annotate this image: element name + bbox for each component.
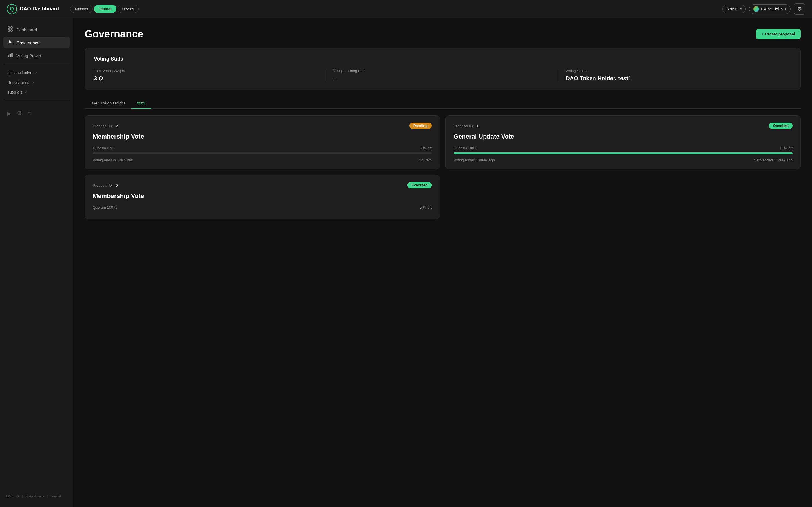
proposal-title-1: General Update Vote (454, 133, 793, 140)
tab-dao-token-holder[interactable]: DAO Token Holder (85, 98, 131, 109)
sidebar-divider-1 (3, 65, 70, 65)
repositories-label: Repositories (7, 80, 29, 85)
sidebar-link-tutorials[interactable]: Tutorials ↗ (3, 88, 70, 97)
svg-rect-2 (8, 30, 10, 31)
stat-total-voting-weight: Total Voting Weight 3 Q (94, 69, 326, 82)
dashboard-label: Dashboard (16, 27, 37, 32)
quorum-right-2: 5 % left (419, 146, 432, 150)
voting-stats-grid: Total Voting Weight 3 Q Voting Locking E… (94, 69, 792, 82)
balance-value: 3.86 Q (726, 7, 739, 11)
dashboard-icon (7, 26, 13, 33)
app-body: Dashboard Governance (0, 18, 812, 507)
voting-power-label: Voting Power (16, 53, 41, 58)
balance-button[interactable]: 3.86 Q ▾ (722, 5, 746, 13)
proposal-badge-2: Pending (409, 122, 432, 129)
sidebar-item-governance[interactable]: Governance (3, 37, 70, 48)
page-header: Governance + Create proposal (85, 28, 801, 40)
proposal-header-2: Proposal ID 2 Pending (93, 122, 432, 129)
sidebar-link-constitution[interactable]: Q Constitution ↗ (3, 68, 70, 77)
quorum-left-1: Quorum 100 % (454, 146, 478, 150)
tutorials-external-icon: ↗ (24, 91, 27, 94)
sidebar-link-repositories[interactable]: Repositories ↗ (3, 78, 70, 87)
sidebar: Dashboard Governance (0, 18, 73, 507)
svg-rect-7 (11, 53, 12, 57)
wallet-avatar-icon (753, 6, 759, 12)
proposal-card-0: Proposal ID 0 Executed Membership Vote Q… (85, 175, 440, 219)
footer-left-1: Voting ended 1 week ago (454, 158, 495, 162)
hash-icon[interactable]: ⌗ (28, 110, 31, 117)
tabs-row: DAO Token Holder test1 (85, 98, 801, 109)
proposal-id-label-2: Proposal ID 2 (93, 123, 118, 128)
page-title: Governance (85, 28, 143, 40)
network-tab-mainnet[interactable]: Mainnet (70, 5, 93, 13)
stat-label-0: Total Voting Weight (94, 69, 319, 73)
footer-data-privacy[interactable]: Data Privacy (26, 495, 44, 498)
svg-rect-5 (8, 55, 9, 57)
footer-right-1: Veto ended 1 week ago (754, 158, 793, 162)
proposal-id-num-2: 2 (116, 124, 117, 128)
quorum-row-0: Quorum 100 % 0 % left (93, 205, 432, 210)
svg-rect-6 (10, 54, 11, 57)
sidebar-nav: Dashboard Governance (0, 24, 73, 61)
stat-label-1: Voting Locking End (333, 69, 552, 73)
quorum-left-0: Quorum 100 % (93, 205, 117, 210)
sidebar-footer: 1.0.0-rc.0 | Data Privacy | Imprint (0, 491, 73, 501)
footer-version: 1.0.0-rc.0 (6, 495, 18, 498)
constitution-label: Q Constitution (7, 71, 33, 75)
eye-icon[interactable] (17, 110, 22, 117)
footer-imprint[interactable]: Imprint (52, 495, 61, 498)
proposal-badge-0: Executed (407, 182, 432, 188)
progress-bar-2 (93, 152, 432, 154)
footer-left-2: Voting ends in 4 minutes (93, 158, 133, 162)
sidebar-item-dashboard[interactable]: Dashboard (3, 24, 70, 36)
stat-label-2: Voting Status (566, 69, 784, 73)
svg-point-4 (9, 40, 11, 42)
proposal-badge-1: Obsolete (769, 122, 793, 129)
proposal-header-0: Proposal ID 0 Executed (93, 182, 432, 188)
proposal-header-1: Proposal ID 1 Obsolete (454, 122, 793, 129)
app-title: DAO Dashboard (20, 6, 59, 12)
wallet-chevron-icon: ▾ (785, 7, 786, 10)
proposal-id-num-1: 1 (476, 124, 478, 128)
create-proposal-button[interactable]: + Create proposal (756, 29, 801, 39)
proposal-card-2: Proposal ID 2 Pending Membership Vote Qu… (85, 115, 440, 169)
svg-rect-0 (8, 27, 10, 29)
tutorials-label: Tutorials (7, 90, 22, 94)
network-tabs: Mainnet Testnet Devnet (70, 5, 139, 13)
sidebar-bottom-icons: ▶ ⌗ (0, 106, 73, 121)
progress-fill-1 (454, 152, 793, 154)
voting-stats-card: Voting Stats Total Voting Weight 3 Q Vot… (85, 48, 801, 90)
network-tab-testnet[interactable]: Testnet (94, 5, 116, 13)
proposal-id-label-1: Proposal ID 1 (454, 123, 479, 128)
proposal-id-label-0: Proposal ID 0 (93, 183, 118, 188)
play-icon[interactable]: ▶ (7, 110, 11, 117)
sidebar-divider-2 (3, 100, 70, 100)
logo: Q DAO Dashboard (7, 4, 59, 14)
proposal-id-num-0: 0 (116, 183, 117, 187)
stat-value-2: DAO Token Holder, test1 (566, 75, 784, 82)
svg-rect-3 (11, 30, 12, 31)
nav-left: Q DAO Dashboard Mainnet Testnet Devnet (7, 4, 139, 14)
settings-button[interactable]: ⚙ (794, 3, 805, 15)
proposals-grid: Proposal ID 2 Pending Membership Vote Qu… (85, 115, 801, 219)
svg-point-9 (19, 112, 20, 114)
quorum-row-2: Quorum 0 % 5 % left (93, 146, 432, 150)
voting-power-icon (7, 52, 13, 59)
wallet-button[interactable]: 0xd6c...f5b6 ▾ (749, 4, 791, 14)
tab-test1[interactable]: test1 (131, 98, 152, 109)
network-tab-devnet[interactable]: Devnet (117, 5, 139, 13)
svg-rect-1 (11, 27, 12, 29)
voting-stats-title: Voting Stats (94, 56, 792, 62)
proposal-title-0: Membership Vote (93, 192, 432, 200)
footer-right-2: No Veto (419, 158, 432, 162)
nav-right: 3.86 Q ▾ 0xd6c...f5b6 ▾ ⚙ (722, 3, 805, 15)
sidebar-item-voting-power[interactable]: Voting Power (3, 50, 70, 61)
repositories-external-icon: ↗ (32, 81, 34, 84)
settings-icon: ⚙ (797, 6, 802, 12)
quorum-right-0: 0 % left (419, 205, 432, 210)
proposal-footer-1: Voting ended 1 week ago Veto ended 1 wee… (454, 158, 793, 162)
top-nav: Q DAO Dashboard Mainnet Testnet Devnet 3… (0, 0, 812, 18)
governance-label: Governance (16, 40, 40, 45)
sidebar-links: Q Constitution ↗ Repositories ↗ Tutorial… (0, 68, 73, 97)
stat-value-1: – (333, 75, 552, 82)
